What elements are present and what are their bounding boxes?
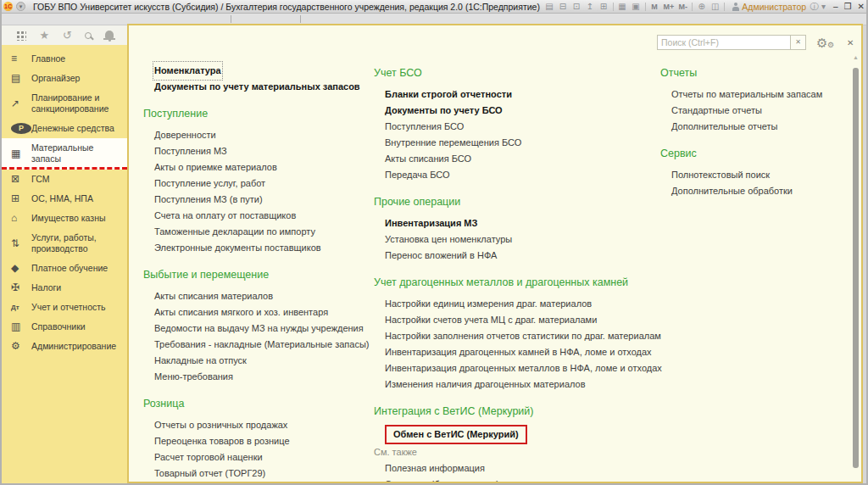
menu-entry[interactable]: Меню-требования [143,369,382,385]
menu-entry[interactable]: Акты списания БСО [374,151,655,167]
sidebar-item-denezhnye-sredstva[interactable]: P Денежные средства [2,119,127,138]
menu-item-nomenklatura[interactable]: Номенклатура [143,63,382,79]
sidebar-item-uslugi-raboty[interactable]: ⇅ Услуги, работы, производство [2,228,127,259]
menu-entry[interactable]: Перенос вложений в НФА [374,248,655,264]
separator [724,3,725,11]
menu-entry[interactable]: Отчеты по материальным запасам [660,86,855,103]
menu-entry[interactable]: Акты о приемке материалов [143,159,382,176]
menu-item-obmen-vetis[interactable]: Обмен с ВетИС (Меркурий) [374,425,655,444]
menu-entry-label: Накладные на отпуск [154,355,247,365]
menu-entry-label: Операции (бухгалтерские) [385,479,499,483]
menu-entry[interactable]: Товарный отчет (ТОРГ29) [143,465,382,482]
menu-entry[interactable]: Бланки строгой отчетности [374,86,655,103]
minimize-button[interactable]: – [833,3,838,11]
menu-entry[interactable]: Дополнительные отчеты [660,119,855,135]
menu-entry[interactable]: Передача БСО [374,167,655,183]
sidebar-item-administrirovanie[interactable]: ⚙ Администрирование [2,337,127,356]
menu-entry[interactable]: Дополнительные обработки [660,183,855,199]
menu-entry: Выбытие и перемещение [143,268,382,282]
menu-entry[interactable]: Электронные документы поставщиков [143,240,382,256]
info-icon[interactable]: ⓘ [810,1,819,13]
menu-entry[interactable]: Настройки заполнения отчетов статистики … [374,328,655,344]
menu-entry-label: Полнотекстовый поиск [671,170,770,180]
sidebar-item-gsm[interactable]: ⊠ ГСМ [2,170,127,189]
menu-entry[interactable]: Счета на оплату от поставщиков [143,208,382,224]
close-button[interactable]: ✕ [858,3,865,11]
memory-m-minus-button[interactable]: M- [678,3,687,11]
menu-entry[interactable]: Операции (бухгалтерские) [374,477,655,483]
memory-m-plus-button[interactable]: M+ [664,3,675,11]
menu-entry[interactable]: Накладные на отпуск [143,353,382,369]
split-view-icon[interactable]: ◫ [710,2,720,11]
sidebar-item-glavnoe[interactable]: ≡ Главное [2,49,127,69]
section-menu-icon[interactable] [15,30,26,41]
info-caret-icon[interactable]: ▾ [819,2,828,11]
zoom-icon[interactable]: ⊕ [697,2,706,11]
favorites-star-icon[interactable]: ★ [40,30,50,41]
menu-entry[interactable]: Поступление услуг, работ [143,176,382,192]
calculator-icon[interactable]: ▦ [618,2,627,11]
menu-entry[interactable]: Поступления МЗ (в пути) [143,192,382,208]
menu-entry[interactable]: Таможенные декларации по импорту [143,224,382,240]
memory-m-button[interactable]: M [650,3,659,11]
menu-entry[interactable]: Документы по учету материальных запасов [143,79,382,95]
sidebar-item-planirovanie[interactable]: ↗ Планирование и санкционирование [2,88,127,119]
menu-entry-label: Ведомости на выдачу МЗ на нужды учрежден… [154,323,364,333]
main-menu-button[interactable]: ▾ [16,2,25,11]
menu-entry[interactable]: Акты списания мягкого и хоз. инвентаря [143,304,382,321]
menu-entry[interactable]: Настройки единиц измерения драг. материа… [374,296,655,312]
menu-entry[interactable]: Полнотекстовый поиск [660,167,855,183]
sidebar-item-imushchestvo-kazny[interactable]: ⌂ Имущество казны [2,209,127,228]
menu-entry[interactable]: Доверенности [143,127,382,143]
sidebar-item-label: Платное обучение [31,263,108,274]
save-icon[interactable]: ▤ [545,2,554,11]
menu-entry[interactable]: Стандартные отчеты [660,103,855,119]
vertical-scrollbar[interactable]: ▲ [852,54,860,478]
sections-sidebar: ≡ Главное ▤ Органайзер ↗ Планирование и … [2,45,127,483]
history-icon[interactable]: ↺ [63,30,72,41]
scrollbar-thumb[interactable] [853,68,859,468]
sidebar-item-nalogi[interactable]: ✠ Налоги [2,278,127,298]
notifications-bell-icon[interactable] [105,31,114,38]
calendar-icon[interactable]: ▣ [632,2,641,11]
sidebar-item-spravochniki[interactable]: ▥ Справочники [2,317,127,337]
menu-entry[interactable]: Ведомости на выдачу МЗ на нужды учрежден… [143,321,382,337]
menu-entry-label: Поступление услуг, работ [154,178,265,188]
menu-entry[interactable]: Полезная информация [374,460,655,477]
scroll-up-arrow-icon[interactable]: ▲ [853,54,859,61]
export-icon[interactable]: ⊞ [599,2,609,11]
sidebar-item-os-nma-npa[interactable]: ⊞ ОС, НМА, НПА [2,189,127,209]
sidebar-item-icon: ⊠ [11,174,31,185]
maximize-button[interactable]: ❒ [844,3,852,11]
menu-entry[interactable]: Поступления БСО [374,119,655,135]
menu-entry[interactable]: Отчеты о розничных продажах [143,417,382,433]
sidebar-item-platnoe-obuchenie[interactable]: ◆ Платное обучение [2,259,127,278]
menu-entry[interactable]: Переоценка товаров в рознице [143,433,382,449]
send-icon[interactable]: ↥ [586,2,595,11]
sidebar-item-organizer[interactable]: ▤ Органайзер [2,69,127,88]
menu-entry[interactable]: Установка цен номенклатуры [374,231,655,248]
menu-entry-label: Поступления МЗ [154,146,227,156]
menu-entry-label: Дополнительные обработки [671,186,793,196]
menu-entry[interactable]: Инвентаризация драгоценных металлов в НФ… [374,360,655,376]
menu-entry: Отчеты [660,66,855,81]
current-user[interactable]: Администратор [732,2,806,12]
separator [645,3,646,11]
sidebar-item-uchet-i-otchetnost[interactable]: Дт Учет и отчетность [2,298,127,317]
sidebar-item-materialnye-zapasy[interactable]: ▦ Материальные запасы [2,138,127,170]
print-icon[interactable]: ⊟ [559,2,568,11]
menu-entry[interactable]: Расчет торговой наценки [143,449,382,465]
menu-entry[interactable]: Инвентаризация драгоценных камней в НФА,… [374,344,655,360]
menu-entry[interactable]: Внутренние перемещения БСО [374,135,655,151]
search-icon[interactable] [85,32,92,39]
menu-entry[interactable]: Документы по учету БСО [374,103,655,119]
sidebar-item-icon: P [11,123,31,134]
menu-entry[interactable]: Поступления МЗ [143,143,382,159]
menu-entry[interactable]: Изменения наличия драгоценных материалов [374,376,655,393]
menu-entry[interactable]: Инвентаризация МЗ [374,215,655,231]
menu-entry-label: Отчеты по материальным запасам [671,89,822,99]
menu-entry[interactable]: Настройки счетов учета МЦ с драг. матери… [374,312,655,328]
menu-entry[interactable]: Требования - накладные (Материальные зап… [143,337,382,353]
print-preview-icon[interactable]: ⊡ [572,2,581,11]
menu-entry[interactable]: Акты списания материалов [143,288,382,304]
